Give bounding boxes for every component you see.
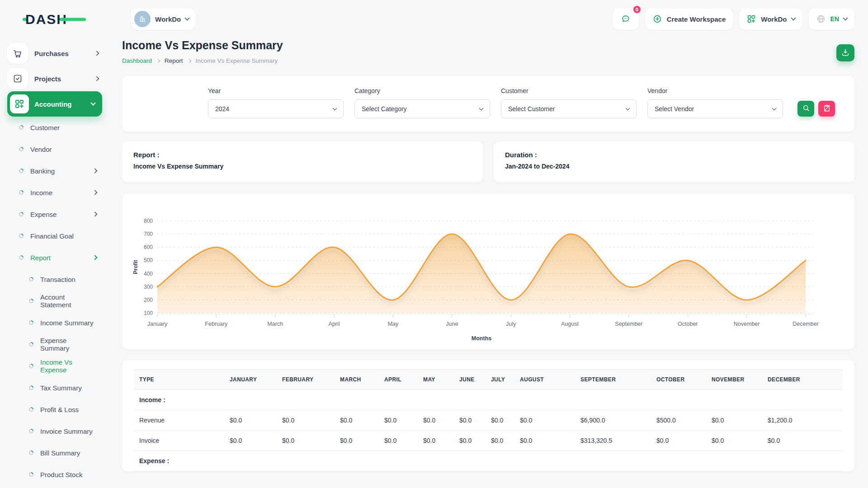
bullet-icon (28, 363, 34, 369)
sidebar-item-label: Account Statement (40, 293, 97, 309)
profit-chart-card: 100200300400500600700800JanuaryFebruaryM… (122, 194, 854, 349)
year-select[interactable]: 2024 (208, 99, 344, 118)
sidebar-item-label: Profit & Loss (40, 406, 97, 413)
bullet-icon (18, 146, 24, 152)
grid-plus-icon (10, 94, 29, 113)
sidebar-item-purchases[interactable]: Purchases (7, 41, 108, 66)
sidebar-item-vendor[interactable]: Vendor (7, 138, 108, 160)
sidebar-item-income-vs-expense[interactable]: Income Vs Expense (7, 355, 108, 377)
x-tick-label: November (734, 321, 760, 327)
table-header-row: TYPEJANUARYFEBRUARYMARCHAPRILMAYJUNEJULY… (134, 370, 843, 390)
customer-label: Customer (501, 87, 637, 94)
workspace-menu-button[interactable]: WorkDo (739, 8, 802, 30)
workspace-selector[interactable]: WorkDo (131, 8, 195, 30)
table-cell: $0.0 (454, 410, 486, 431)
sidebar-item-product-stock[interactable]: Product Stock (7, 464, 108, 485)
sidebar-item-income-summary[interactable]: Income Summary (7, 312, 108, 333)
content-column: WorkDo 0 Create Workspace (108, 0, 868, 488)
col-header-september: SEPTEMBER (575, 370, 651, 390)
category-label: Category (354, 87, 490, 94)
create-workspace-button[interactable]: Create Workspace (645, 8, 733, 30)
apply-filter-button[interactable] (797, 101, 814, 117)
sidebar-item-financial-goal[interactable]: Financial Goal (7, 225, 108, 247)
sidebar-item-tax-summary[interactable]: Tax Summary (7, 377, 108, 399)
breadcrumb-item-report[interactable]: Report (165, 57, 183, 64)
bullet-icon (28, 276, 34, 282)
sidebar-item-customer[interactable]: Customer (7, 117, 108, 138)
x-tick-label: May (388, 321, 399, 327)
sidebar-item-accounting[interactable]: Accounting (7, 91, 102, 117)
sidebar-item-projects[interactable]: Projects (7, 66, 108, 91)
sidebar-item-banking[interactable]: Banking (7, 160, 108, 182)
sidebar-item-report[interactable]: Report (7, 247, 108, 268)
chevron-right-icon (92, 190, 97, 195)
x-tick-label: April (329, 321, 340, 327)
sidebar-item-transaction[interactable]: Transaction (7, 268, 108, 290)
sidebar-item-invoice-summary[interactable]: Invoice Summary (7, 420, 108, 442)
sidebar-item-label: Report (30, 254, 93, 262)
col-header-june: JUNE (454, 370, 486, 390)
breadcrumb-separator-icon (156, 59, 160, 62)
sidebar-item-account-statement[interactable]: Account Statement (7, 290, 108, 312)
report-info-title: Report : (133, 151, 472, 159)
sidebar-item-label: Purchases (34, 50, 95, 57)
sidebar-item-label: Customer (30, 124, 97, 131)
reset-icon (823, 104, 831, 113)
sidebar-item-income[interactable]: Income (7, 182, 108, 203)
sidebar-item-profit-loss[interactable]: Profit & Loss (7, 399, 108, 420)
app-root: DASH PurchasesProjectsAccountingCustomer… (0, 0, 868, 488)
table-cell: $0.0 (335, 431, 379, 451)
info-cards-row: Report : Income Vs Expense Summary Durat… (122, 141, 854, 182)
table-cell: $0.0 (224, 410, 277, 431)
sidebar-item-label: Tax Summary (40, 384, 97, 392)
duration-info-value: Jan-2024 to Dec-2024 (505, 163, 843, 170)
language-selector[interactable]: EN (809, 8, 854, 30)
sidebar-nav: PurchasesProjectsAccountingCustomerVendo… (7, 41, 108, 488)
y-tick-label: 500 (144, 257, 153, 263)
bullet-icon (28, 298, 34, 304)
logo-accent-dash (60, 18, 86, 21)
download-report-button[interactable] (836, 44, 854, 61)
reset-filter-button[interactable] (818, 101, 835, 117)
income-expense-table: TYPEJANUARYFEBRUARYMARCHAPRILMAYJUNEJULY… (134, 369, 843, 471)
y-tick-label: 300 (144, 284, 153, 290)
area-fill (157, 234, 806, 313)
x-tick-label: February (205, 321, 228, 327)
app-logo[interactable]: DASH (25, 9, 108, 30)
col-header-august: AUGUST (514, 370, 575, 390)
x-tick-label: January (147, 321, 168, 327)
col-header-type: TYPE (134, 370, 224, 390)
create-workspace-label: Create Workspace (667, 15, 726, 23)
year-label: Year (208, 87, 344, 94)
messages-button[interactable]: 0 (613, 8, 639, 30)
download-icon (841, 48, 850, 58)
chevron-right-icon (92, 211, 97, 216)
workspace-avatar (134, 11, 151, 27)
table-cell: $0.0 (335, 410, 379, 431)
category-select[interactable]: Select Category (354, 99, 490, 118)
bullet-icon (18, 189, 24, 196)
chat-icon (621, 14, 631, 24)
vendor-select[interactable]: Select Vendor (647, 99, 783, 118)
bullet-icon (28, 385, 34, 391)
table-cell: $0.0 (706, 431, 762, 451)
col-header-november: NOVEMBER (706, 370, 762, 390)
filter-actions (797, 101, 835, 117)
col-header-july: JULY (486, 370, 514, 390)
filter-year: Year 2024 (208, 87, 344, 118)
table-row-invoice: Invoice$0.0$0.0$0.0$0.0$0.0$0.0$0.0$0.0$… (134, 431, 843, 451)
sidebar-item-cash-flow[interactable]: Cash Flow (7, 485, 108, 488)
y-tick-label: 700 (144, 231, 153, 237)
x-tick-label: October (678, 321, 698, 327)
chevron-down-icon (185, 15, 190, 20)
customer-select[interactable]: Select Customer (501, 99, 637, 118)
sidebar-item-bill-summary[interactable]: Bill Summary (7, 442, 108, 464)
sidebar-item-expense-summary[interactable]: Expense Summary (7, 333, 108, 355)
y-tick-label: 100 (144, 310, 153, 316)
sidebar-item-expense[interactable]: Expense (7, 203, 108, 225)
sidebar-item-label: Income Vs Expense (40, 358, 97, 374)
topbar: WorkDo 0 Create Workspace (108, 0, 868, 32)
col-header-april: APRIL (379, 370, 418, 390)
breadcrumb-item-dashboard[interactable]: Dashboard (122, 57, 152, 64)
bullet-icon (18, 211, 24, 217)
